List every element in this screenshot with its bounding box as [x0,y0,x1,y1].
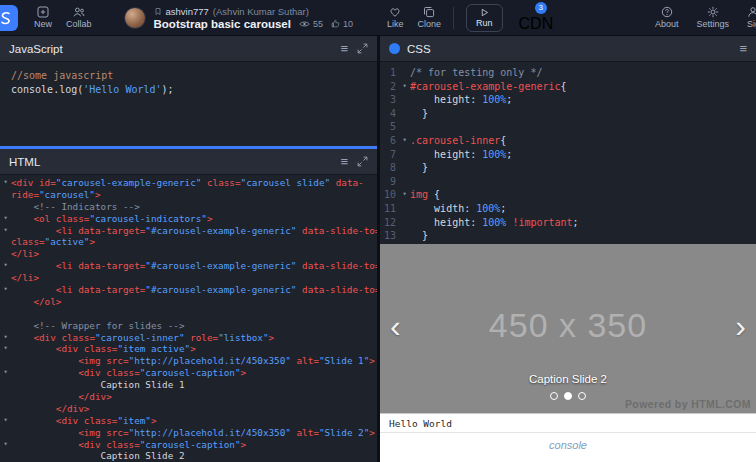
code-line[interactable]: ▾ <ol class="carousel-indicators"> [0,213,377,225]
fold-arrow-icon[interactable]: ▾ [0,343,11,355]
code-line[interactable]: ▾ <div class="carousel-inner" role="list… [0,332,377,344]
fold-gutter [0,450,11,462]
collab-button[interactable]: Collab [66,6,92,29]
code-line[interactable]: 10▾img { [380,188,756,202]
javascript-editor[interactable]: //some javascriptconsole.log('Hello Worl… [0,62,377,146]
code-line[interactable]: 1/* for testing only */ [380,66,756,80]
code-line[interactable]: Caption Slide 1 [0,379,377,391]
code-line[interactable]: ▾<div id="carousel-example-generic" clas… [0,177,377,189]
code-line[interactable]: ▾ <div class="carousel-caption"> [0,439,377,451]
panel-menu-icon[interactable]: ≡ [739,42,747,55]
html-editor[interactable]: ▾<div id="carousel-example-generic" clas… [0,175,377,462]
avatar[interactable] [124,7,146,29]
code-line[interactable]: 4 } [380,107,756,121]
code-line[interactable]: ride="carousel"> [0,189,377,201]
new-button[interactable]: New [34,6,52,29]
panel-menu-icon[interactable]: ≡ [340,155,348,168]
code-line[interactable]: 5 [380,120,756,134]
code-text: <li data-target="#carousel-example-gener… [11,284,377,296]
code-text: } [410,161,756,175]
run-button[interactable]: Run [466,4,503,32]
line-number: 7 [380,148,399,162]
author-fullname: (Ashvin Kumar Suthar) [213,6,309,17]
code-line[interactable]: 2▾#carousel-example-generic{ [380,80,756,94]
settings-button[interactable]: Settings [696,6,729,29]
code-line[interactable]: ▾ <li data-target="#carousel-example-gen… [0,284,377,296]
code-line[interactable]: <!-- Wrapper for slides --> [0,320,377,332]
fold-arrow-icon[interactable]: ▾ [0,439,11,451]
code-line[interactable]: 6▾.carousel-inner{ [380,134,756,148]
fold-arrow-icon[interactable]: ▾ [0,260,11,272]
panel-expand-icon[interactable] [357,156,368,167]
carousel-indicator-dot[interactable] [550,392,558,400]
code-line[interactable]: <img src="http://placehold.it/450x350" a… [0,427,377,439]
topbar-divider [453,7,454,29]
fold-arrow-icon[interactable]: ▾ [0,213,11,225]
code-line[interactable]: 3 height: 100%; [380,93,756,107]
fold-arrow-icon[interactable]: ▾ [0,177,11,189]
fold-gutter [399,175,410,189]
code-line[interactable]: console.log('Hello World'); [0,83,377,97]
signin-label: Sig [747,19,756,29]
logo-squiggle-icon [0,10,13,26]
jsfiddle-logo[interactable] [0,5,18,31]
css-lang-icon [389,43,400,54]
code-line[interactable]: </li> [0,272,377,284]
panel-expand-icon[interactable] [357,43,368,54]
fold-arrow-icon[interactable]: ▾ [399,80,410,94]
code-line[interactable]: Caption Slide 2 [0,450,377,462]
like-button[interactable]: Like [387,6,404,29]
code-text [11,308,377,320]
top-bar: New Collab ashvin777 (Ashvin Kumar Sutha… [0,0,756,36]
code-line[interactable]: 8 } [380,161,756,175]
carousel-indicator-dot[interactable] [578,392,586,400]
code-line[interactable]: </div> [0,391,377,403]
author-username[interactable]: ashvin777 [166,6,209,17]
fold-gutter [399,148,410,162]
code-line[interactable]: </li> [0,248,377,260]
code-line[interactable]: <img src="http://placehold.it/450x350" a… [0,355,377,367]
fold-arrow-icon[interactable]: ▾ [0,284,11,296]
code-text: <img src="http://placehold.it/450x350" a… [11,355,377,367]
code-line[interactable]: </ol> [0,296,377,308]
fold-arrow-icon[interactable]: ▾ [0,332,11,344]
code-text: class="active"> [11,236,377,248]
code-line[interactable]: 9 [380,175,756,189]
cdn-button[interactable]: 3 CDN [519,2,554,33]
carousel-indicator-dot[interactable] [564,392,572,400]
code-line[interactable]: ▾ <div class="item"> [0,415,377,427]
signin-button[interactable]: Sig [747,6,756,29]
code-line[interactable]: ▾ <li data-target="#carousel-example-gen… [0,225,377,237]
code-line[interactable]: 11 width: 100%; [380,202,756,216]
code-text: <img src="http://placehold.it/450x350" a… [11,427,377,439]
fold-arrow-icon[interactable]: ▾ [399,188,410,202]
code-line[interactable]: ▾ <li data-target="#carousel-example-gen… [0,260,377,272]
panel-menu-icon[interactable]: ≡ [340,42,348,55]
carousel-next-button[interactable]: › [735,310,746,342]
code-line[interactable]: //some javascript [0,69,377,83]
code-line[interactable] [0,308,377,320]
code-line[interactable]: 13 } [380,229,756,243]
line-number: 8 [380,161,399,175]
code-text: Caption Slide 1 [11,379,377,391]
line-number: 2 [380,80,399,94]
clone-button[interactable]: Clone [417,6,441,29]
fold-arrow-icon[interactable]: ▾ [0,367,11,379]
code-line[interactable]: ▾ <div class="item active"> [0,343,377,355]
code-line[interactable]: 12 height: 100% !important; [380,216,756,230]
css-editor[interactable]: 1/* for testing only */2▾#carousel-examp… [380,62,756,244]
code-line[interactable]: 7 height: 100%; [380,148,756,162]
about-button[interactable]: About [655,6,679,29]
code-line[interactable]: <!-- Indicators --> [0,201,377,213]
code-line[interactable]: </div> [0,403,377,415]
fold-gutter [0,201,11,213]
carousel-prev-button[interactable]: ‹ [390,310,401,342]
jsfiddle-app: New Collab ashvin777 (Ashvin Kumar Sutha… [0,0,756,462]
code-line[interactable]: ▾ <div class="carousel-caption"> [0,367,377,379]
code-line[interactable]: class="active"> [0,236,377,248]
fold-arrow-icon[interactable]: ▾ [0,415,11,427]
code-text: <li data-target="#carousel-example-gener… [11,260,377,272]
fold-arrow-icon[interactable]: ▾ [399,134,410,148]
fold-arrow-icon[interactable]: ▾ [0,225,11,237]
code-text [410,120,756,134]
